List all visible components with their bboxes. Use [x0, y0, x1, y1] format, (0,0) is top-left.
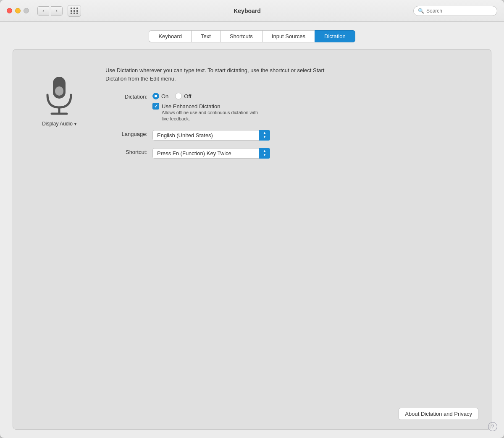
description-text: Use Dictation wherever you can type text… — [105, 66, 341, 83]
nav-buttons: ‹ › — [37, 6, 63, 16]
language-row: Language: English (United States) ▲ ▼ — [105, 130, 478, 141]
radio-off-label: Off — [184, 93, 191, 99]
main-content: Keyboard Text Shortcuts Input Sources Di… — [0, 22, 504, 438]
dictation-controls: On Off Use En — [152, 93, 258, 123]
svg-rect-1 — [55, 86, 63, 96]
tab-dictation[interactable]: Dictation — [315, 30, 355, 42]
enhanced-dictation-label: Use Enhanced Dictation — [162, 103, 220, 110]
traffic-lights — [7, 8, 29, 13]
shortcut-select-wrapper: Press Fn (Function) Key Twice ▲ ▼ — [152, 148, 270, 159]
language-select[interactable]: English (United States) — [152, 130, 270, 141]
zoom-button[interactable] — [24, 8, 29, 13]
language-select-wrapper: English (United States) ▲ ▼ — [152, 130, 270, 141]
tab-text[interactable]: Text — [191, 30, 220, 42]
language-label: Language: — [105, 130, 147, 137]
enhanced-dictation-group: Use Enhanced Dictation Allows offline us… — [152, 103, 258, 123]
mic-section: Display Audio ▾ — [26, 62, 93, 166]
chevron-down-icon: ▾ — [74, 122, 76, 126]
main-window: ‹ › Keyboard 🔍 Keyboard Text Shortcuts I… — [0, 0, 504, 438]
help-button[interactable]: ? — [488, 422, 497, 431]
radio-on-label: On — [161, 93, 168, 99]
shortcut-label: Shortcut: — [105, 148, 147, 155]
microphone-icon — [42, 75, 76, 117]
panel-main: Display Audio ▾ Use Dictation wherever y… — [26, 62, 478, 166]
dictation-settings: Use Dictation wherever you can type text… — [105, 62, 478, 166]
back-button[interactable]: ‹ — [37, 6, 49, 16]
enhanced-dictation-row[interactable]: Use Enhanced Dictation — [152, 103, 258, 110]
tab-input-sources[interactable]: Input Sources — [262, 30, 315, 42]
search-icon: 🔍 — [418, 8, 424, 14]
minimize-button[interactable] — [15, 8, 21, 13]
dictation-label: Dictation: — [105, 93, 147, 100]
close-button[interactable] — [7, 8, 12, 13]
dictation-onoff-row: Dictation: On Off — [105, 93, 478, 123]
search-input[interactable] — [426, 8, 493, 14]
radio-group-dictation: On Off — [152, 93, 258, 99]
display-audio-selector[interactable]: Display Audio ▾ — [42, 121, 76, 127]
display-audio-label: Display Audio — [42, 121, 73, 127]
radio-off-circle[interactable] — [175, 93, 182, 99]
forward-button[interactable]: › — [51, 6, 63, 16]
grid-icon — [71, 8, 79, 14]
shortcut-row: Shortcut: Press Fn (Function) Key Twice … — [105, 148, 478, 159]
window-title: Keyboard — [86, 8, 408, 14]
enhanced-dictation-sub: Allows offline use and continuous dictat… — [162, 110, 258, 123]
radio-on[interactable]: On — [152, 93, 168, 99]
shortcut-select[interactable]: Press Fn (Function) Key Twice — [152, 148, 270, 159]
grid-view-button[interactable] — [68, 5, 81, 17]
dictation-panel: Display Audio ▾ Use Dictation wherever y… — [13, 49, 491, 430]
radio-off[interactable]: Off — [175, 93, 191, 99]
tab-keyboard[interactable]: Keyboard — [149, 30, 191, 42]
about-dictation-button[interactable]: About Dictation and Privacy — [399, 408, 478, 420]
titlebar: ‹ › Keyboard 🔍 — [0, 0, 504, 22]
search-box[interactable]: 🔍 — [413, 6, 497, 16]
tabs-bar: Keyboard Text Shortcuts Input Sources Di… — [13, 30, 491, 42]
tab-shortcuts[interactable]: Shortcuts — [220, 30, 262, 42]
radio-on-circle[interactable] — [152, 93, 159, 99]
enhanced-dictation-checkbox[interactable] — [152, 103, 159, 110]
